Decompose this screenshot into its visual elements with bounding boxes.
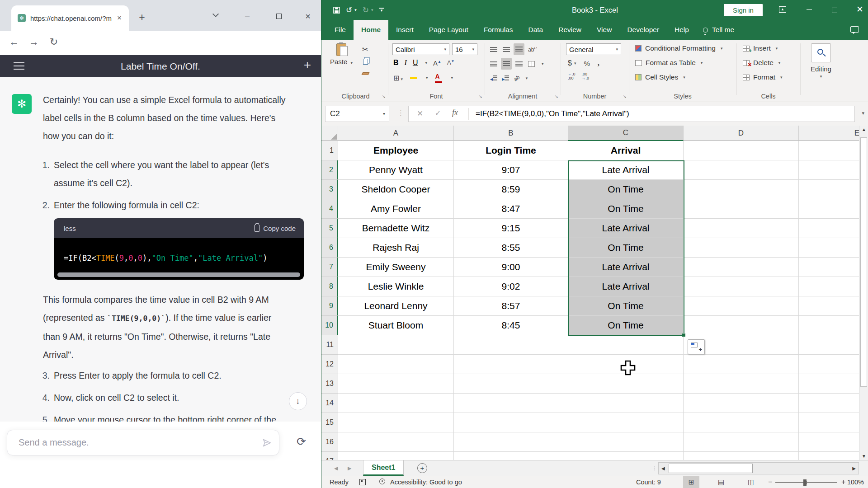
row-header-9[interactable]: 9 (321, 296, 338, 316)
font-color-button[interactable]: A (435, 72, 442, 83)
save-icon[interactable] (333, 7, 340, 14)
paste-button[interactable]: Paste ▾ (329, 43, 354, 66)
grid-cell[interactable]: 9:02 (454, 277, 568, 296)
decrease-indent-button[interactable]: ◀ (490, 74, 497, 82)
grid-cell[interactable] (799, 335, 859, 355)
grid-cell[interactable]: Stuart Bloom (338, 316, 454, 335)
row-header-15[interactable]: 15 (321, 413, 338, 432)
row-header-5[interactable]: 5 (321, 219, 338, 238)
grid-cell[interactable] (338, 452, 454, 460)
previous-sheet-icon[interactable]: ◀ (334, 460, 338, 476)
grid-cell[interactable] (799, 199, 859, 219)
menu-hamburger-icon[interactable] (14, 62, 24, 63)
grid-cell[interactable]: 9:15 (454, 219, 568, 238)
regenerate-icon[interactable]: ⟳ (297, 435, 306, 448)
grid-cell[interactable] (799, 141, 859, 160)
grid-cell[interactable]: Penny Wyatt (338, 160, 454, 180)
message-input[interactable] (19, 430, 254, 455)
grid-cell[interactable] (338, 432, 454, 452)
insert-function-icon[interactable]: fx (452, 108, 458, 117)
align-left-button[interactable] (490, 61, 497, 66)
wrap-text-button[interactable]: ab↩ (528, 46, 537, 53)
grid-cell[interactable] (338, 394, 454, 413)
excel-close-button[interactable]: ✕ (853, 4, 867, 14)
grid-cell[interactable]: Late Arrival (568, 160, 684, 180)
grid-cell[interactable]: 8:57 (454, 296, 568, 316)
column-header-D[interactable]: D (684, 126, 799, 141)
autofill-options-button[interactable]: + (688, 339, 705, 354)
grid-cell[interactable] (684, 219, 799, 238)
row-header-8[interactable]: 8 (321, 277, 338, 296)
cells-item-2[interactable]: Format▾ (743, 73, 783, 81)
zoom-out-button[interactable]: − (768, 476, 772, 488)
send-icon[interactable] (262, 438, 272, 448)
grid-cell[interactable] (454, 432, 568, 452)
undo-dropdown-icon[interactable]: ▾ (354, 8, 357, 12)
grid-cell[interactable]: Leslie Winkle (338, 277, 454, 296)
vertical-scrollbar[interactable]: ▲ ▼ (859, 126, 868, 460)
excel-maximize-button[interactable] (828, 7, 841, 15)
scroll-up-icon[interactable]: ▲ (859, 127, 868, 132)
new-sheet-button[interactable]: + (417, 463, 427, 473)
clipboard-dialog-launcher[interactable]: ↘ (382, 94, 386, 99)
grid-cell[interactable]: 9:07 (454, 160, 568, 180)
underline-dropdown-icon[interactable]: ▾ (425, 61, 427, 65)
grid-cell[interactable] (684, 432, 799, 452)
name-box-dropdown-icon[interactable]: ▾ (383, 106, 385, 122)
customize-qat-icon[interactable]: ▾ (379, 8, 384, 13)
grid-cell[interactable] (684, 413, 799, 432)
sign-in-button[interactable]: Sign in (724, 4, 763, 16)
grid-cell[interactable]: Arrival (568, 141, 684, 160)
grid-cell[interactable] (684, 199, 799, 219)
copy-code-button[interactable]: Copy code (254, 225, 296, 232)
percent-style-button[interactable]: % (584, 60, 590, 67)
page-layout-view-button[interactable]: ▤ (713, 476, 729, 488)
browser-minimize-button[interactable]: – (241, 11, 254, 23)
grid-cell[interactable] (799, 452, 859, 460)
orientation-button[interactable]: ab (512, 74, 521, 82)
column-header-E[interactable]: E (799, 126, 859, 141)
grid-cell[interactable]: Bernadette Witz (338, 219, 454, 238)
row-header-11[interactable]: 11 (321, 335, 338, 355)
row-header-17[interactable]: 17 (321, 452, 338, 460)
comments-icon[interactable] (850, 26, 859, 33)
grid-cell[interactable] (799, 258, 859, 277)
grid-cell[interactable] (338, 374, 454, 394)
grid-cell[interactable] (799, 296, 859, 316)
number-dialog-launcher[interactable]: ↘ (623, 94, 627, 99)
align-top-button[interactable] (490, 47, 497, 52)
grid-cell[interactable]: On Time (568, 199, 684, 219)
cells-item-1[interactable]: ✕Delete▾ (743, 59, 780, 67)
scroll-to-bottom-button[interactable]: ↓ (289, 392, 307, 410)
bold-button[interactable]: B (393, 59, 399, 67)
ribbon-tab-file[interactable]: File (327, 20, 354, 40)
font-size-select[interactable]: 16▾ (452, 43, 477, 55)
grid-cell[interactable]: 8:47 (454, 199, 568, 219)
scroll-right-icon[interactable]: ▶ (852, 463, 856, 474)
grid-cell[interactable] (568, 335, 684, 355)
align-bottom-button[interactable] (514, 43, 524, 55)
grid-cell[interactable] (684, 160, 799, 180)
grid-cell[interactable] (799, 180, 859, 199)
select-all-corner[interactable] (321, 126, 338, 141)
grid-cell[interactable] (684, 258, 799, 277)
grid-cell[interactable]: Late Arrival (568, 219, 684, 238)
ribbon-tab-formulas[interactable]: Formulas (476, 20, 521, 40)
underline-button[interactable]: U (413, 59, 418, 67)
styles-item-2[interactable]: Cell Styles▾ (635, 73, 685, 81)
expand-formula-bar-icon[interactable]: ▾ (862, 110, 864, 116)
grid-cell[interactable]: Employee (338, 141, 454, 160)
font-family-select[interactable]: Calibri▾ (392, 43, 449, 55)
grid-cell[interactable]: Amy Fowler (338, 199, 454, 219)
copy-icon[interactable] (363, 59, 368, 65)
grid-cell[interactable]: Late Arrival (568, 277, 684, 296)
grid-cell[interactable] (568, 394, 684, 413)
styles-item-0[interactable]: Conditional Formatting▾ (635, 44, 722, 52)
grid-cell[interactable] (454, 452, 568, 460)
tab-close-icon[interactable]: × (114, 13, 124, 23)
styles-item-1[interactable]: Format as Table▾ (635, 59, 703, 67)
ribbon-tab-home[interactable]: Home (354, 20, 388, 40)
formula-field[interactable]: ✕ ✓ fx =IF(B2<TIME(9,0,0),"On Time","Lat… (408, 106, 855, 122)
next-sheet-icon[interactable]: ▶ (348, 460, 351, 476)
page-break-view-button[interactable]: ◫ (743, 476, 759, 488)
